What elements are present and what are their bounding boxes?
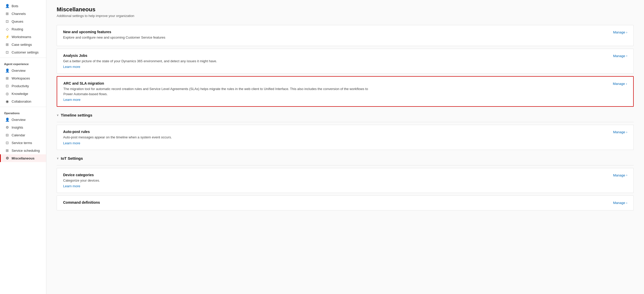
sidebar-item-workspaces[interactable]: ⊞ Workspaces [0,74,46,82]
card-device-categories-content: Device categories Categorize your device… [63,173,372,188]
customer-settings-icon: ⊡ [5,50,10,54]
sidebar-item-productivity[interactable]: ⊡ Productivity [0,82,46,90]
analysis-jobs-learn-more-link[interactable]: Learn more [63,65,80,69]
card-analysis-jobs-desc: Get a better picture of the state of you… [63,59,372,64]
collaboration-icon: ◉ [5,99,10,103]
card-analysis-jobs-content: Analysis Jobs Get a better picture of th… [63,54,372,69]
workspaces-icon: ⊞ [5,76,10,80]
service-scheduling-icon: ⊞ [5,148,10,153]
card-arc-sla: ARC and SLA migration The migration tool… [57,76,634,107]
sidebar-item-queues[interactable]: ⊡ Queues [0,17,46,25]
operations-section-header: Operations [0,109,46,116]
manage-new-features-chevron: › [626,31,627,34]
manage-arc-sla-chevron: › [626,82,627,86]
timeline-settings-title: Timeline settings [61,113,92,117]
workstreams-icon: ⚡ [5,35,10,39]
card-arc-sla-title: ARC and SLA migration [63,81,372,85]
card-new-features-title: New and upcoming features [63,30,372,34]
main-content: Miscellaneous Additional settings to hel… [46,0,644,294]
productivity-icon: ⊡ [5,84,10,88]
card-analysis-jobs: Analysis Jobs Get a better picture of th… [57,49,634,74]
routing-icon: ◇ [5,27,10,31]
card-arc-sla-desc: The migration tool for automatic record … [63,86,372,96]
sidebar-item-insights[interactable]: ⚙ Insights [0,123,46,131]
knowledge-icon: ◎ [5,92,10,96]
card-new-features-content: New and upcoming features Explore and co… [63,30,372,41]
sidebar-item-miscellaneous[interactable]: ⚙ Miscellaneous [0,154,46,162]
timeline-settings-header[interactable]: ∨ Timeline settings [57,109,634,120]
manage-device-categories-chevron: › [626,173,627,177]
service-terms-icon: ⊡ [5,141,10,145]
sidebar-item-collaboration[interactable]: ◉ Collaboration [0,97,46,105]
sidebar-item-routing[interactable]: ◇ Routing [0,25,46,33]
miscellaneous-icon: ⚙ [5,156,10,160]
card-new-features-desc: Explore and configure new and upcoming C… [63,35,372,40]
sidebar-item-service-terms[interactable]: ⊡ Service terms [0,139,46,147]
iot-settings-title: IoT Settings [61,156,83,161]
sidebar: 👤 Bots ⊞ Channels ⊡ Queues ◇ Routing ⚡ W… [0,0,46,294]
card-command-definitions: Command definitions Manage › [57,195,634,210]
page-title: Miscellaneous [57,6,634,13]
manage-analysis-jobs-button[interactable]: Manage › [607,54,627,58]
card-command-definitions-content: Command definitions [63,200,372,206]
auto-post-rules-learn-more-link[interactable]: Learn more [63,141,80,145]
card-device-categories-desc: Categorize your devices. [63,178,372,183]
card-auto-post-rules-content: Auto-post rules Auto-post messages appea… [63,130,372,145]
sidebar-item-customer-settings[interactable]: ⊡ Customer settings [0,48,46,56]
sidebar-item-calendar[interactable]: ⊟ Calendar [0,131,46,139]
sidebar-item-knowledge[interactable]: ◎ Knowledge [0,90,46,97]
card-arc-sla-content: ARC and SLA migration The migration tool… [63,81,372,102]
sidebar-item-ops-overview[interactable]: 👤 Overview [0,116,46,123]
sidebar-item-case-settings[interactable]: ⊞ Case settings [0,41,46,48]
insights-icon: ⚙ [5,125,10,129]
calendar-icon: ⊟ [5,133,10,137]
sidebar-item-workstreams[interactable]: ⚡ Workstreams [0,33,46,41]
card-device-categories: Device categories Categorize your device… [57,168,634,193]
sidebar-item-ae-overview[interactable]: 👤 Overview [0,67,46,74]
iot-section-divider [57,165,634,165]
iot-collapse-chevron: ∨ [57,157,59,160]
case-settings-icon: ⊞ [5,42,10,47]
manage-auto-post-rules-chevron: › [626,130,627,134]
timeline-section-divider [57,122,634,122]
iot-settings-header[interactable]: ∨ IoT Settings [57,153,634,163]
card-auto-post-rules-title: Auto-post rules [63,130,372,134]
manage-new-features-button[interactable]: Manage › [607,30,627,34]
bots-icon: 👤 [5,4,10,8]
card-auto-post-rules-desc: Auto-post messages appear on the timelin… [63,135,372,140]
manage-device-categories-button[interactable]: Manage › [607,173,627,177]
card-new-features: New and upcoming features Explore and co… [57,25,634,46]
agent-experience-section-header: Agent experience [0,59,46,67]
ae-overview-icon: 👤 [5,68,10,73]
device-categories-learn-more-link[interactable]: Learn more [63,184,80,188]
card-command-definitions-title: Command definitions [63,200,372,204]
ops-overview-icon: 👤 [5,118,10,122]
card-device-categories-title: Device categories [63,173,372,177]
page-subtitle: Additional settings to help improve your… [57,14,634,18]
manage-auto-post-rules-button[interactable]: Manage › [607,130,627,134]
card-analysis-jobs-title: Analysis Jobs [63,54,372,58]
sidebar-item-service-scheduling[interactable]: ⊞ Service scheduling [0,147,46,154]
sidebar-item-bots[interactable]: 👤 Bots [0,2,46,10]
arc-sla-learn-more-link[interactable]: Learn more [63,98,80,102]
card-auto-post-rules: Auto-post rules Auto-post messages appea… [57,125,634,150]
manage-analysis-jobs-chevron: › [626,54,627,58]
sidebar-item-channels[interactable]: ⊞ Channels [0,10,46,17]
manage-command-definitions-chevron: › [626,201,627,205]
queues-icon: ⊡ [5,19,10,23]
manage-command-definitions-button[interactable]: Manage › [607,200,627,205]
timeline-collapse-chevron: ∨ [57,113,59,117]
manage-arc-sla-button[interactable]: Manage › [607,81,627,86]
channels-icon: ⊞ [5,12,10,16]
